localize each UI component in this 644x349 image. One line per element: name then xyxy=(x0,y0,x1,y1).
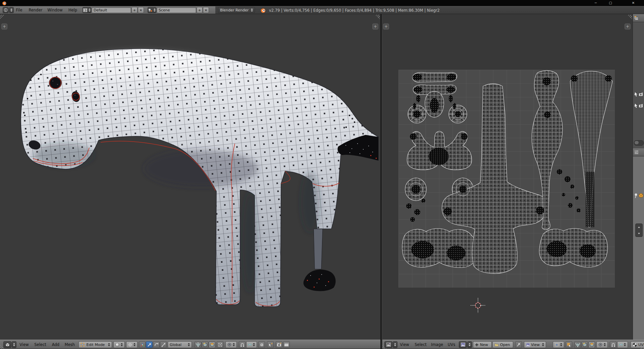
menu-select-3d[interactable]: Select xyxy=(32,341,48,348)
snap-toggle-button[interactable] xyxy=(239,341,246,348)
occlude-geometry-button[interactable] xyxy=(217,341,223,348)
uv-display-mode-dropdown[interactable]: View xyxy=(524,341,546,348)
snap-target-button[interactable] xyxy=(258,341,265,348)
menu-render[interactable]: Render xyxy=(27,6,44,14)
properties-body[interactable] xyxy=(633,156,644,340)
menu-image[interactable]: Image xyxy=(429,341,445,348)
value-stepper[interactable] xyxy=(635,223,643,237)
new-image-button[interactable]: New xyxy=(473,341,492,348)
minimize-button[interactable]: ─ xyxy=(589,0,602,6)
proportional-edit-icon xyxy=(227,343,231,347)
image-small-icon xyxy=(526,343,530,347)
image-editor-icon xyxy=(384,341,392,348)
transform-orientation-dropdown[interactable]: Global xyxy=(168,341,192,348)
editor-type-selector-uv[interactable] xyxy=(384,341,397,348)
delete-scene-button[interactable]: ✕ xyxy=(203,7,209,13)
rotate-manipulator-button[interactable] xyxy=(153,341,160,348)
blender-logo-small-icon xyxy=(260,7,266,13)
scene-icon[interactable] xyxy=(148,7,156,13)
expand-toolshelf-button[interactable]: + xyxy=(383,23,389,30)
object-cube-icon xyxy=(639,193,643,198)
toggle-pill[interactable] xyxy=(634,140,644,146)
uv-sync-selection-button[interactable] xyxy=(566,341,572,348)
uv-pivot-dropdown[interactable] xyxy=(553,341,564,348)
outliner-body[interactable] xyxy=(633,22,644,148)
pivot-icon xyxy=(128,343,132,347)
screen-layout-name-field[interactable]: Default xyxy=(92,7,131,13)
pin-image-button[interactable] xyxy=(515,341,522,348)
uv-image-editor[interactable]: + + xyxy=(382,14,633,340)
magnet-icon xyxy=(611,343,615,347)
menu-help[interactable]: Help xyxy=(66,6,80,14)
render-engine-value: Blender Render xyxy=(220,8,249,12)
screen-layout-name: Default xyxy=(94,8,107,12)
delete-layout-button[interactable]: ✕ xyxy=(138,7,144,13)
right-panel-sliver[interactable] xyxy=(633,14,644,340)
window-title-bar: ─ ▢ ✕ xyxy=(0,0,644,6)
clapperboard-icon xyxy=(284,343,289,347)
uv-snap-element-dropdown[interactable] xyxy=(617,341,628,348)
editor-type-selector-3d[interactable] xyxy=(3,341,16,348)
camera-icon xyxy=(639,93,643,96)
close-button[interactable]: ✕ xyxy=(627,0,640,6)
screen-layout-icon[interactable] xyxy=(83,7,91,13)
menu-view-3d[interactable]: View xyxy=(17,341,31,348)
uv-edge-select-button[interactable] xyxy=(581,341,588,348)
mode-dropdown[interactable]: Edit Mode xyxy=(78,341,112,348)
menu-select-uv[interactable]: Select xyxy=(413,341,429,348)
new-image-label: New xyxy=(480,343,488,347)
pivot-point-dropdown[interactable] xyxy=(126,341,138,348)
render-engine-dropdown[interactable]: Blender Render xyxy=(218,7,255,13)
menu-add[interactable]: Add xyxy=(50,341,62,348)
vertex-select-mode-button[interactable] xyxy=(195,341,201,348)
uv-2d-cursor xyxy=(471,298,485,313)
snap-element-dropdown[interactable] xyxy=(246,341,257,348)
open-image-button[interactable]: Open xyxy=(492,341,513,348)
uv-face-select-button[interactable] xyxy=(588,341,595,348)
edge-select-mode-button[interactable] xyxy=(202,341,208,348)
editor-type-selector-info[interactable] xyxy=(3,7,14,13)
plus-icon xyxy=(475,343,479,347)
magnet-icon xyxy=(240,343,245,347)
uv-checker-sphere-icon xyxy=(633,343,637,347)
expand-toolshelf-button[interactable]: + xyxy=(1,23,7,30)
camera-render-icon xyxy=(277,343,281,347)
opengl-render-image-button[interactable] xyxy=(276,341,282,348)
manipulator-widget-group xyxy=(139,341,167,348)
viewport-3d[interactable]: + + xyxy=(0,14,380,340)
menu-view-uv[interactable]: View xyxy=(398,341,411,348)
viewport-shading-dropdown[interactable] xyxy=(113,341,125,348)
scale-manipulator-button[interactable] xyxy=(160,341,167,348)
snap-peel-button[interactable] xyxy=(267,341,274,348)
expand-properties-region-button[interactable]: + xyxy=(372,23,378,30)
translate-manipulator-button[interactable] xyxy=(146,341,153,348)
info-header: File Render Window Help Default + ✕ Scen… xyxy=(0,6,644,14)
blender-logo-icon xyxy=(2,1,7,5)
properties-icon xyxy=(634,150,639,154)
proportional-edit-dropdown[interactable] xyxy=(225,341,237,348)
pin-icon xyxy=(517,343,521,347)
menu-uvs[interactable]: UVs xyxy=(445,341,458,348)
manipulator-toggle-button[interactable] xyxy=(139,341,146,348)
menu-mesh[interactable]: Mesh xyxy=(62,341,77,348)
image-browse-arrows xyxy=(467,341,472,348)
outliner-header[interactable] xyxy=(633,14,644,22)
uv-proportional-edit-dropdown[interactable] xyxy=(596,341,608,348)
maximize-button[interactable]: ▢ xyxy=(604,0,617,6)
face-select-mode-button[interactable] xyxy=(209,341,215,348)
image-datablock-selector[interactable] xyxy=(459,341,472,348)
uv-snap-toggle-button[interactable] xyxy=(610,341,616,348)
scene-name-field[interactable]: Scene xyxy=(157,7,196,13)
uv-vertex-select-button[interactable] xyxy=(574,341,581,348)
menu-window[interactable]: Window xyxy=(46,6,64,14)
add-layout-button[interactable]: + xyxy=(131,7,138,13)
properties-header[interactable] xyxy=(633,148,644,156)
add-scene-button[interactable]: + xyxy=(197,7,203,13)
expand-properties-region-button[interactable]: + xyxy=(625,23,631,30)
opengl-render-animation-button[interactable] xyxy=(283,341,290,348)
open-image-label: Open xyxy=(500,343,510,347)
menu-file[interactable]: File xyxy=(13,6,25,14)
viewport-3d-header: View Select Add Mesh Edit Mode xyxy=(0,340,380,349)
outliner-row-icons xyxy=(634,91,644,115)
orientation-value: Global xyxy=(170,343,181,347)
